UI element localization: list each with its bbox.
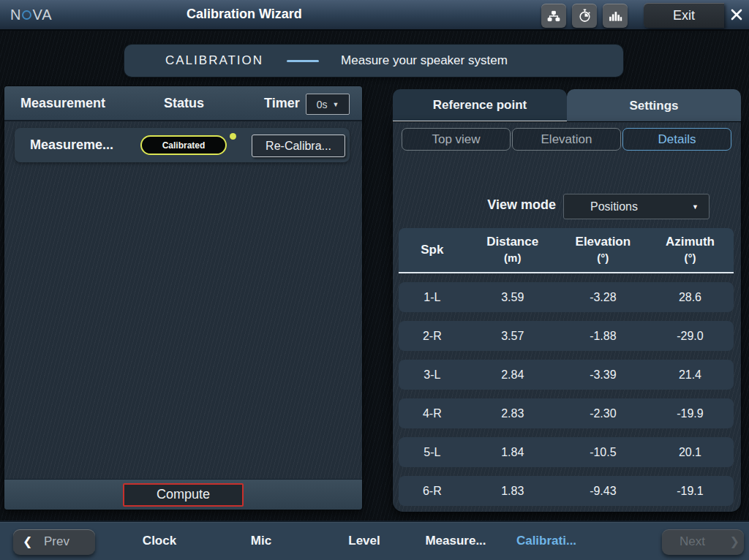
- cell-distance: 3.59: [466, 291, 560, 304]
- cell-distance: 2.84: [466, 368, 560, 382]
- timer-tool-button[interactable]: [572, 4, 597, 28]
- cell-azimuth: 28.6: [647, 291, 734, 304]
- cell-distance: 1.83: [466, 485, 560, 498]
- next-label: Next: [680, 534, 705, 549]
- wizard-step-clock[interactable]: Clock: [143, 534, 176, 548]
- top-view-button[interactable]: Top view: [402, 128, 511, 151]
- cell-elevation: -10.5: [560, 446, 647, 459]
- cell-spk: 4-R: [399, 407, 466, 420]
- header-spk: Spk: [399, 228, 466, 272]
- speaker-table-row[interactable]: 4-R 2.83 -2.30 -19.9: [399, 398, 734, 428]
- cell-elevation: -9.43: [560, 485, 647, 498]
- speaker-table-row[interactable]: 3-L 2.84 -3.39 21.4: [399, 360, 734, 390]
- cell-azimuth: -29.0: [647, 330, 734, 343]
- wizard-step-banner: CALIBRATION Measure your speaker system: [124, 45, 623, 77]
- chevron-down-icon: ▼: [332, 101, 339, 108]
- brand-prefix: N: [10, 7, 21, 23]
- speaker-table-row[interactable]: 5-L 1.84 -10.5 20.1: [399, 437, 734, 467]
- top-view-label: Top view: [432, 132, 480, 147]
- cell-spk: 6-R: [399, 485, 466, 498]
- tab-reference-point[interactable]: Reference point: [393, 89, 567, 122]
- header-elevation: Elevation (°): [560, 228, 647, 272]
- exit-label: Exit: [673, 8, 695, 23]
- badge-label: Calibrated: [162, 140, 206, 151]
- levels-tool-button[interactable]: [603, 4, 628, 28]
- view-mode-dropdown[interactable]: Positions ▼: [563, 194, 710, 219]
- wizard-step-measure[interactable]: Measure...: [425, 534, 486, 548]
- prev-button[interactable]: ❮ Prev: [13, 529, 95, 555]
- network-icon: [546, 9, 561, 23]
- bar-levels-icon: [608, 9, 622, 23]
- measurement-panel-header: Measurement Status Timer 0s ▼: [4, 86, 362, 121]
- tab-settings[interactable]: Settings: [567, 89, 741, 122]
- reference-panel: Reference point Settings Top view Elevat…: [393, 89, 741, 512]
- reference-panel-body: Top view Elevation Details View mode Pos…: [393, 122, 741, 512]
- separator-dash: [287, 60, 319, 62]
- step-section-label: CALIBRATION: [165, 53, 263, 68]
- speaker-table-row[interactable]: 2-R 3.57 -1.88 -29.0: [399, 321, 734, 351]
- measurement-list: Measureme... Calibrated Re-Calibra...: [4, 123, 362, 479]
- details-view-button[interactable]: Details: [622, 128, 731, 151]
- title-bar: N VA Calibration Wizard: [0, 0, 749, 31]
- speaker-table-body: 1-L 3.59 -3.28 28.6 2-R 3.57 -1.88 -29.0…: [399, 282, 734, 506]
- exit-button[interactable]: Exit: [644, 3, 724, 28]
- timer-value: 0s: [317, 99, 328, 110]
- cell-azimuth: 21.4: [647, 368, 734, 382]
- compute-button[interactable]: Compute: [123, 483, 244, 507]
- close-button[interactable]: [728, 6, 745, 23]
- tab-reference-point-label: Reference point: [433, 98, 527, 113]
- speaker-table-row[interactable]: 6-R 1.83 -9.43 -19.1: [399, 476, 734, 506]
- recalibrate-button[interactable]: Re-Calibra...: [252, 135, 345, 157]
- speaker-table-row[interactable]: 1-L 3.59 -3.28 28.6: [399, 282, 734, 312]
- timer-dropdown[interactable]: 0s ▼: [306, 94, 350, 115]
- elevation-view-label: Elevation: [541, 132, 592, 147]
- view-mode-label: View mode: [487, 197, 556, 213]
- cell-distance: 1.84: [466, 446, 560, 459]
- reference-tabs: Reference point Settings: [393, 89, 741, 122]
- measurement-list-item[interactable]: Measureme... Calibrated Re-Calibra...: [15, 128, 350, 162]
- next-button[interactable]: Next ❯: [662, 529, 744, 555]
- cell-azimuth: 20.1: [647, 446, 734, 459]
- status-column-label: Status: [164, 96, 204, 111]
- elevation-view-button[interactable]: Elevation: [512, 128, 621, 151]
- wizard-step-mic[interactable]: Mic: [251, 534, 271, 548]
- prev-label: Prev: [44, 534, 69, 549]
- calibrated-status-badge: Calibrated: [140, 135, 227, 155]
- measurement-name: Measureme...: [30, 137, 113, 153]
- header-azimuth: Azimuth (°): [647, 228, 734, 272]
- cell-elevation: -1.88: [560, 330, 647, 343]
- speaker-table-header: Spk Distance (m) Elevation (°) Azimuth (…: [399, 228, 734, 273]
- stopwatch-icon: [577, 8, 592, 23]
- wizard-nav-bar: ❮ Prev ClockMicLevelMeasure...Calibrati.…: [0, 521, 749, 560]
- cell-elevation: -3.39: [560, 368, 647, 382]
- cell-spk: 3-L: [399, 368, 466, 382]
- nova-logo: N VA: [10, 7, 53, 23]
- cell-azimuth: -19.1: [647, 485, 734, 498]
- cell-spk: 2-R: [399, 330, 466, 343]
- view-mode-value: Positions: [590, 200, 638, 213]
- measurement-panel-footer: Compute: [4, 479, 362, 510]
- chevron-down-icon: ▼: [692, 203, 699, 211]
- measurement-panel: Measurement Status Timer 0s ▼ Measureme.…: [4, 86, 362, 510]
- close-icon: [730, 8, 743, 21]
- cell-azimuth: -19.9: [647, 407, 734, 420]
- compute-label: Compute: [157, 487, 210, 502]
- brand-suffix: VA: [32, 7, 52, 23]
- chevron-right-icon: ❯: [730, 534, 739, 548]
- cell-spk: 5-L: [399, 446, 466, 459]
- page-title: Calibration Wizard: [187, 7, 302, 22]
- calibration-wizard-window: N VA Calibration Wizard: [0, 0, 749, 560]
- timer-label: Timer: [264, 96, 300, 111]
- view-switcher: Top view Elevation Details: [402, 128, 731, 151]
- nova-o-ring-icon: [22, 10, 31, 20]
- wizard-step-calibrati[interactable]: Calibrati...: [516, 534, 576, 548]
- cell-elevation: -3.28: [560, 291, 647, 304]
- measurement-column-label: Measurement: [20, 96, 105, 111]
- status-dot: [230, 133, 236, 140]
- cell-elevation: -2.30: [560, 407, 647, 420]
- header-distance: Distance (m): [466, 228, 560, 272]
- chevron-left-icon: ❮: [23, 534, 32, 548]
- wizard-step-level[interactable]: Level: [348, 534, 380, 548]
- network-setup-button[interactable]: [541, 4, 566, 28]
- step-description: Measure your speaker system: [341, 53, 508, 68]
